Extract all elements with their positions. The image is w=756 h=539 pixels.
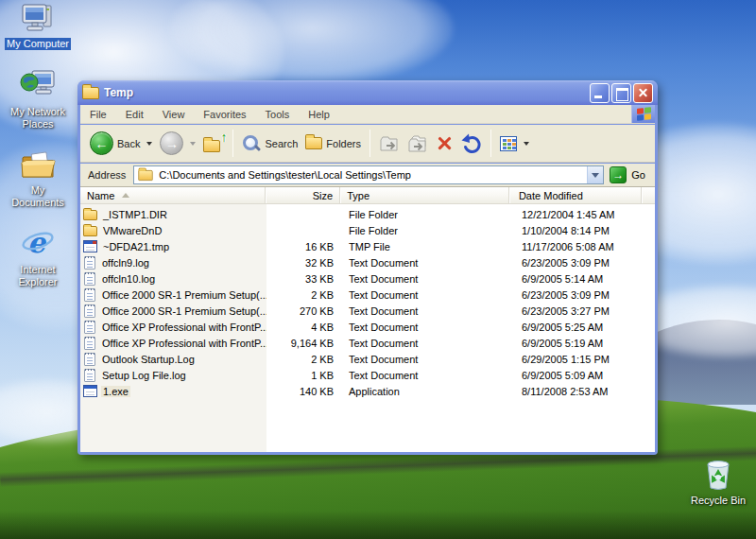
file-type: Text Document	[342, 354, 512, 365]
file-row[interactable]: Office 2000 SR-1 Premium Setup(...270 KB…	[80, 303, 655, 319]
desktop: My Computer My Network Places My Documen…	[0, 0, 756, 539]
file-date-modified: 1/10/2004 8:14 PM	[512, 225, 645, 236]
file-date-modified: 6/9/2005 5:19 AM	[512, 338, 645, 349]
menu-edit[interactable]: Edit	[116, 105, 153, 123]
file-row[interactable]: 1.exe140 KBApplication8/11/2008 2:53 AM	[80, 383, 655, 399]
address-dropdown-button[interactable]	[587, 166, 603, 183]
file-name: Office 2000 SR-1 Premium Setup(...	[100, 289, 266, 301]
file-type: Text Document	[342, 273, 512, 285]
file-name-cell[interactable]: _ISTMP1.DIR	[80, 208, 266, 220]
file-name-cell[interactable]: Setup Log File.log	[80, 369, 266, 382]
file-row[interactable]: VMwareDnDFile Folder1/10/2004 8:14 PM	[80, 222, 655, 238]
toolbar-separator	[369, 130, 370, 157]
column-header-name[interactable]: Name	[80, 187, 266, 203]
windows-flag-icon	[637, 107, 651, 121]
desktop-icon-my-documents[interactable]: My Documents	[2, 149, 74, 209]
file-size: 140 KB	[266, 386, 342, 397]
column-header-date-modified[interactable]: Date Modified	[509, 187, 642, 203]
file-name: Office XP Professional with FrontP...	[100, 322, 266, 333]
menu-tools[interactable]: Tools	[256, 105, 300, 123]
address-input[interactable]: C:\Documents and Settings\tester\Local S…	[133, 165, 604, 184]
maximize-button[interactable]	[611, 83, 631, 103]
toolbar-separator	[232, 130, 233, 157]
file-row[interactable]: Office 2000 SR-1 Premium Setup(...2 KBTe…	[80, 287, 655, 303]
desktop-icon-my-network-places[interactable]: My Network Places	[2, 69, 74, 130]
minimize-button[interactable]	[590, 83, 610, 103]
file-name-cell[interactable]: offcln9.log	[80, 256, 266, 270]
menu-view[interactable]: View	[153, 105, 195, 123]
file-name: Office XP Professional with FrontP...	[100, 338, 266, 349]
file-name-cell[interactable]: offcln10.log	[80, 272, 266, 286]
internet-explorer-icon: e	[20, 225, 56, 261]
file-row[interactable]: offcln10.log33 KBText Document6/9/2005 5…	[80, 270, 655, 287]
undo-icon	[461, 133, 482, 154]
address-folder-icon	[139, 169, 153, 180]
column-header-size[interactable]: Size	[266, 187, 341, 203]
move-to-button[interactable]	[375, 132, 404, 155]
file-name: Setup Log File.log	[100, 370, 188, 381]
undo-button[interactable]	[457, 131, 486, 156]
folders-button[interactable]: Folders	[301, 135, 365, 151]
toolbar-separator	[490, 130, 491, 157]
file-name-cell[interactable]: VMwareDnD	[80, 224, 266, 236]
explorer-window: Temp File Edit View Favorites Tools Help…	[77, 80, 658, 455]
file-type: Text Document	[342, 338, 512, 349]
forward-button[interactable]: →	[156, 130, 199, 157]
back-icon: ←	[90, 131, 113, 155]
go-button[interactable]: → Go	[604, 166, 651, 183]
text-document-icon	[84, 256, 95, 270]
views-dropdown-caret[interactable]	[524, 142, 529, 148]
desktop-icon-label: Recycle Bin	[689, 495, 747, 507]
desktop-icon-my-computer[interactable]: My Computer	[2, 3, 74, 50]
copy-to-icon	[407, 134, 428, 153]
file-row[interactable]: Office XP Professional with FrontP...9,1…	[80, 335, 655, 351]
views-button[interactable]	[496, 134, 533, 153]
file-name: ~DFDA21.tmp	[101, 241, 171, 252]
file-row[interactable]: ~DFDA21.tmp16 KBTMP File11/17/2006 5:08 …	[80, 238, 655, 254]
menu-help[interactable]: Help	[299, 105, 339, 123]
file-row[interactable]: Office XP Professional with FrontP...4 K…	[80, 319, 655, 335]
delete-button[interactable]	[432, 132, 457, 154]
delete-x-icon	[436, 134, 454, 152]
text-document-icon	[84, 353, 95, 366]
file-name-cell[interactable]: Office XP Professional with FrontP...	[80, 321, 266, 334]
my-network-places-icon	[19, 69, 57, 103]
file-row[interactable]: _ISTMP1.DIRFile Folder12/21/2004 1:45 AM	[80, 206, 655, 222]
column-headers: Name Size Type Date Modified	[80, 187, 655, 204]
tmp-file-icon	[83, 240, 97, 252]
file-name-cell[interactable]: Office 2000 SR-1 Premium Setup(...	[80, 304, 266, 318]
file-name-cell[interactable]: ~DFDA21.tmp	[80, 240, 266, 252]
file-row[interactable]: Setup Log File.log1 KBText Document6/9/2…	[80, 367, 655, 383]
close-button[interactable]	[633, 83, 653, 103]
search-icon	[242, 134, 261, 153]
up-button[interactable]: ↑	[199, 133, 228, 154]
menu-file[interactable]: File	[80, 105, 116, 123]
file-list: _ISTMP1.DIRFile Folder12/21/2004 1:45 AM…	[80, 204, 655, 399]
column-header-type[interactable]: Type	[340, 187, 509, 203]
go-label: Go	[631, 169, 645, 181]
file-date-modified: 6/9/2005 5:25 AM	[512, 322, 645, 333]
file-name-cell[interactable]: 1.exe	[80, 385, 266, 397]
file-name-cell[interactable]: Office 2000 SR-1 Premium Setup(...	[80, 288, 266, 302]
file-date-modified: 6/23/2005 3:09 PM	[512, 257, 645, 269]
search-button[interactable]: Search	[238, 132, 301, 155]
file-name: VMwareDnD	[101, 225, 163, 236]
title-bar[interactable]: Temp	[77, 80, 658, 105]
search-label: Search	[265, 138, 298, 149]
file-row[interactable]: offcln9.log32 KBText Document6/23/2005 3…	[80, 254, 655, 270]
grass-shadow	[0, 511, 756, 539]
file-name-cell[interactable]: Outlook Startup.Log	[80, 353, 266, 366]
back-dropdown-caret[interactable]	[146, 142, 152, 148]
file-name-cell[interactable]: Office XP Professional with FrontP...	[80, 337, 266, 350]
desktop-icon-recycle-bin[interactable]: Recycle Bin	[682, 458, 754, 507]
copy-to-button[interactable]	[404, 132, 432, 155]
menu-favorites[interactable]: Favorites	[194, 105, 255, 123]
desktop-icon-label: My Documents	[2, 184, 74, 209]
recycle-bin-icon	[701, 458, 735, 492]
desktop-icon-internet-explorer[interactable]: e Internet Explorer	[2, 225, 74, 288]
file-row[interactable]: Outlook Startup.Log2 KBText Document6/29…	[80, 351, 655, 367]
file-date-modified: 8/11/2008 2:53 AM	[512, 386, 645, 397]
text-document-icon	[84, 272, 95, 286]
forward-dropdown-caret[interactable]	[190, 142, 196, 148]
back-button[interactable]: ← Back	[86, 130, 156, 157]
